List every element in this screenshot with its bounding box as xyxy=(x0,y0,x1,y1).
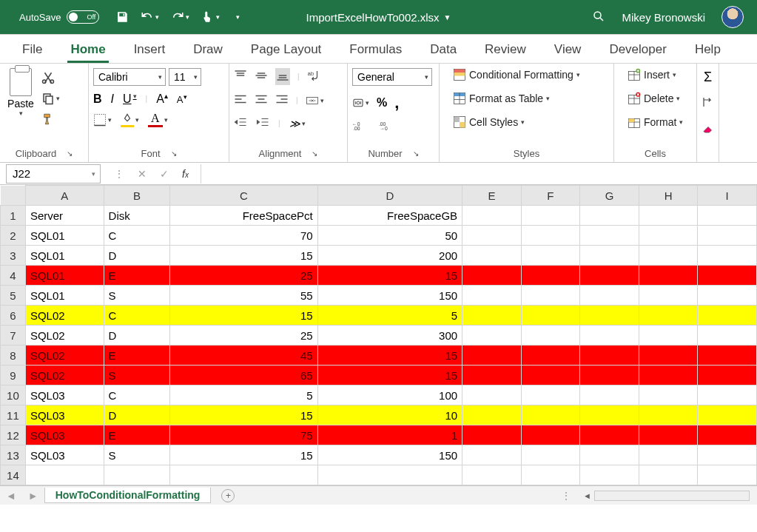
cell[interactable]: 15 xyxy=(317,266,462,286)
search-icon[interactable] xyxy=(592,10,605,25)
cell[interactable] xyxy=(580,266,639,286)
cell[interactable]: 70 xyxy=(170,226,317,246)
cell[interactable]: D xyxy=(104,405,170,425)
cell[interactable] xyxy=(698,425,757,445)
cell[interactable] xyxy=(521,346,580,366)
cell[interactable] xyxy=(462,246,522,266)
cell[interactable]: E xyxy=(104,266,170,286)
conditional-formatting-button[interactable]: Conditional Formatting▾ xyxy=(450,67,583,83)
cell[interactable]: SQL02 xyxy=(25,346,104,366)
borders-button[interactable]: ▾ xyxy=(93,113,112,127)
cell[interactable]: 25 xyxy=(170,266,317,286)
cell[interactable] xyxy=(698,306,757,326)
cell[interactable]: S xyxy=(104,445,170,465)
tab-help[interactable]: Help xyxy=(692,36,724,63)
cell[interactable] xyxy=(462,385,522,405)
cell[interactable]: 5 xyxy=(317,306,462,326)
cell[interactable]: SQL03 xyxy=(25,445,104,465)
undo-button[interactable]: ▾ xyxy=(141,10,159,24)
cell[interactable] xyxy=(580,405,639,425)
cell[interactable]: C xyxy=(104,306,170,326)
col-header-B[interactable]: B xyxy=(104,186,170,206)
add-sheet-icon[interactable]: + xyxy=(221,489,235,502)
cell[interactable] xyxy=(639,425,698,445)
cell[interactable] xyxy=(521,206,580,226)
cell[interactable] xyxy=(698,346,757,366)
tab-file[interactable]: File xyxy=(19,36,45,63)
col-header-I[interactable]: I xyxy=(698,186,757,206)
cell[interactable] xyxy=(698,246,757,266)
hscroll-left-icon[interactable]: ◄ xyxy=(583,491,591,500)
increase-font-button[interactable]: A▴ xyxy=(156,92,168,106)
cell[interactable] xyxy=(462,286,522,306)
cell[interactable] xyxy=(580,286,639,306)
percent-button[interactable]: % xyxy=(377,96,387,110)
format-as-table-button[interactable]: Format as Table▾ xyxy=(450,90,553,107)
cell[interactable] xyxy=(104,465,170,485)
cell[interactable] xyxy=(521,366,580,385)
cell[interactable] xyxy=(580,366,639,385)
number-format-select[interactable]: General▾ xyxy=(352,68,432,86)
cell[interactable] xyxy=(639,206,698,226)
cell[interactable]: 65 xyxy=(170,366,317,385)
cell[interactable]: 25 xyxy=(170,326,317,346)
username-label[interactable]: Mikey Bronowski xyxy=(622,11,705,24)
cell[interactable]: SQL03 xyxy=(25,405,104,425)
format-cells-button[interactable]: Format▾ xyxy=(625,114,686,130)
row-header-12[interactable]: 12 xyxy=(1,425,26,445)
cell[interactable]: SQL03 xyxy=(25,425,104,445)
align-bottom-icon[interactable] xyxy=(275,68,290,85)
cell[interactable]: S xyxy=(104,286,170,306)
cell[interactable]: S xyxy=(104,366,170,385)
cell[interactable] xyxy=(639,366,698,385)
cell[interactable]: 45 xyxy=(170,346,317,366)
row-header-14[interactable]: 14 xyxy=(1,465,26,485)
enter-icon[interactable]: ✓ xyxy=(160,168,169,180)
cell[interactable] xyxy=(521,425,580,445)
decrease-decimal-icon[interactable]: .00→0 xyxy=(379,120,395,134)
align-left-icon[interactable] xyxy=(234,92,247,108)
cell[interactable] xyxy=(698,286,757,306)
cell[interactable]: 55 xyxy=(170,286,317,306)
cell[interactable]: E xyxy=(104,425,170,445)
col-header-F[interactable]: F xyxy=(521,186,580,206)
row-header-6[interactable]: 6 xyxy=(1,306,26,326)
insert-function-options-icon[interactable]: ⋮ xyxy=(114,168,124,180)
save-icon[interactable] xyxy=(115,10,129,24)
cell[interactable] xyxy=(639,405,698,425)
cell[interactable] xyxy=(698,366,757,385)
cell[interactable]: 150 xyxy=(317,445,462,465)
font-color-button[interactable]: A▾ xyxy=(148,112,168,127)
cell[interactable] xyxy=(639,445,698,465)
tab-draw[interactable]: Draw xyxy=(190,36,226,63)
cell[interactable]: D xyxy=(104,326,170,346)
tab-page-layout[interactable]: Page Layout xyxy=(248,36,324,63)
cell[interactable] xyxy=(580,465,639,485)
format-painter-icon[interactable] xyxy=(41,112,55,126)
cell[interactable] xyxy=(639,286,698,306)
clear-icon[interactable] xyxy=(702,121,715,137)
cell[interactable]: C xyxy=(104,226,170,246)
copy-button[interactable]: ▾ xyxy=(41,92,60,105)
cell[interactable] xyxy=(698,385,757,405)
cell[interactable] xyxy=(580,445,639,465)
italic-button[interactable]: I xyxy=(111,92,114,106)
touch-mode-button[interactable]: ▾ xyxy=(201,10,220,24)
cut-icon[interactable] xyxy=(41,71,55,84)
cell[interactable]: SQL03 xyxy=(25,385,104,405)
cell[interactable]: 75 xyxy=(170,425,317,445)
cell[interactable] xyxy=(317,465,462,485)
fill-color-button[interactable]: ▾ xyxy=(121,112,139,127)
cell[interactable]: SQL01 xyxy=(25,266,104,286)
row-header-3[interactable]: 3 xyxy=(1,246,26,266)
col-header-C[interactable]: C xyxy=(170,186,317,206)
row-header-8[interactable]: 8 xyxy=(1,346,26,366)
cell[interactable]: 15 xyxy=(170,445,317,465)
cell[interactable] xyxy=(170,465,317,485)
merge-center-button[interactable]: ▾ xyxy=(306,94,324,107)
name-box[interactable]: J22 ▾ xyxy=(6,164,101,183)
cell[interactable] xyxy=(462,405,522,425)
cell[interactable]: 150 xyxy=(317,286,462,306)
formula-input[interactable] xyxy=(201,164,757,183)
cell[interactable] xyxy=(639,266,698,286)
